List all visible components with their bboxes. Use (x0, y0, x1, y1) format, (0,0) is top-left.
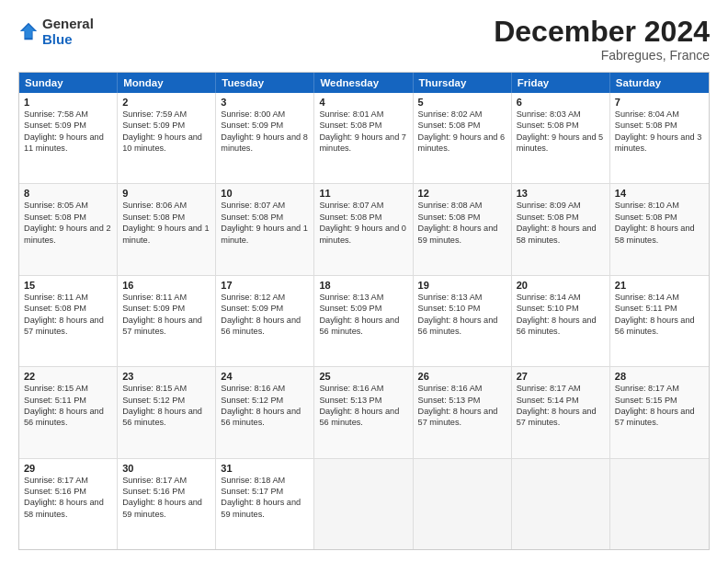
week-row-3: 15 Sunrise: 8:11 AMSunset: 5:08 PMDaylig… (19, 275, 709, 366)
day-25: 25 Sunrise: 8:16 AMSunset: 5:13 PMDaylig… (314, 367, 413, 457)
page-header: General Blue December 2024 Fabregues, Fr… (18, 17, 710, 63)
week-row-2: 8 Sunrise: 8:05 AMSunset: 5:08 PMDayligh… (19, 183, 709, 274)
header-saturday: Saturday (610, 73, 709, 93)
day-28: 28 Sunrise: 8:17 AMSunset: 5:15 PMDaylig… (610, 367, 709, 457)
day-19: 19 Sunrise: 8:13 AMSunset: 5:10 PMDaylig… (414, 276, 512, 366)
day-30: 30 Sunrise: 8:17 AMSunset: 5:16 PMDaylig… (118, 459, 216, 549)
day-26: 26 Sunrise: 8:16 AMSunset: 5:13 PMDaylig… (414, 367, 512, 457)
day-31: 31 Sunrise: 8:18 AMSunset: 5:17 PMDaylig… (216, 459, 314, 549)
logo-general: General (42, 17, 94, 32)
day-18: 18 Sunrise: 8:13 AMSunset: 5:09 PMDaylig… (314, 276, 413, 366)
day-6: 6 Sunrise: 8:03 AMSunset: 5:08 PMDayligh… (512, 93, 610, 183)
day-7: 7 Sunrise: 8:04 AMSunset: 5:08 PMDayligh… (610, 93, 709, 183)
day-24: 24 Sunrise: 8:16 AMSunset: 5:12 PMDaylig… (216, 367, 314, 457)
empty-cell-4 (610, 459, 709, 549)
day-22: 22 Sunrise: 8:15 AMSunset: 5:11 PMDaylig… (19, 367, 118, 457)
day-4: 4 Sunrise: 8:01 AMSunset: 5:08 PMDayligh… (314, 93, 413, 183)
logo: General Blue (18, 17, 94, 47)
logo-text: General Blue (42, 17, 94, 47)
header-thursday: Thursday (414, 73, 512, 93)
day-29: 29 Sunrise: 8:17 AMSunset: 5:16 PMDaylig… (19, 459, 118, 549)
day-1: 1 Sunrise: 7:58 AMSunset: 5:09 PMDayligh… (19, 93, 118, 183)
day-12: 12 Sunrise: 8:08 AMSunset: 5:08 PMDaylig… (414, 184, 512, 274)
day-5: 5 Sunrise: 8:02 AMSunset: 5:08 PMDayligh… (414, 93, 512, 183)
logo-blue: Blue (42, 32, 94, 48)
day-11: 11 Sunrise: 8:07 AMSunset: 5:08 PMDaylig… (314, 184, 413, 274)
day-15: 15 Sunrise: 8:11 AMSunset: 5:08 PMDaylig… (19, 276, 118, 366)
header-sunday: Sunday (19, 73, 118, 93)
day-14: 14 Sunrise: 8:10 AMSunset: 5:08 PMDaylig… (610, 184, 709, 274)
day-17: 17 Sunrise: 8:12 AMSunset: 5:09 PMDaylig… (216, 276, 314, 366)
title-block: December 2024 Fabregues, France (494, 17, 710, 63)
month-title: December 2024 (494, 17, 710, 46)
day-27: 27 Sunrise: 8:17 AMSunset: 5:14 PMDaylig… (512, 367, 610, 457)
day-8: 8 Sunrise: 8:05 AMSunset: 5:08 PMDayligh… (19, 184, 118, 274)
day-13: 13 Sunrise: 8:09 AMSunset: 5:08 PMDaylig… (512, 184, 610, 274)
calendar-page: General Blue December 2024 Fabregues, Fr… (0, 0, 728, 563)
empty-cell-3 (512, 459, 610, 549)
week-row-5: 29 Sunrise: 8:17 AMSunset: 5:16 PMDaylig… (19, 458, 709, 549)
header-wednesday: Wednesday (314, 73, 413, 93)
day-3: 3 Sunrise: 8:00 AMSunset: 5:09 PMDayligh… (216, 93, 314, 183)
day-2: 2 Sunrise: 7:59 AMSunset: 5:09 PMDayligh… (118, 93, 216, 183)
header-tuesday: Tuesday (216, 73, 314, 93)
location: Fabregues, France (494, 48, 710, 63)
day-16: 16 Sunrise: 8:11 AMSunset: 5:09 PMDaylig… (118, 276, 216, 366)
week-row-1: 1 Sunrise: 7:58 AMSunset: 5:09 PMDayligh… (19, 93, 709, 183)
logo-icon (18, 21, 39, 41)
calendar-header: Sunday Monday Tuesday Wednesday Thursday… (19, 73, 709, 93)
day-21: 21 Sunrise: 8:14 AMSunset: 5:11 PMDaylig… (610, 276, 709, 366)
empty-cell-2 (414, 459, 512, 549)
day-20: 20 Sunrise: 8:14 AMSunset: 5:10 PMDaylig… (512, 276, 610, 366)
day-10: 10 Sunrise: 8:07 AMSunset: 5:08 PMDaylig… (216, 184, 314, 274)
header-monday: Monday (118, 73, 216, 93)
calendar-body: 1 Sunrise: 7:58 AMSunset: 5:09 PMDayligh… (19, 93, 709, 549)
week-row-4: 22 Sunrise: 8:15 AMSunset: 5:11 PMDaylig… (19, 366, 709, 457)
header-friday: Friday (512, 73, 610, 93)
day-9: 9 Sunrise: 8:06 AMSunset: 5:08 PMDayligh… (118, 184, 216, 274)
day-23: 23 Sunrise: 8:15 AMSunset: 5:12 PMDaylig… (118, 367, 216, 457)
empty-cell-1 (314, 459, 413, 549)
calendar: Sunday Monday Tuesday Wednesday Thursday… (18, 72, 710, 550)
svg-marker-1 (22, 24, 36, 38)
